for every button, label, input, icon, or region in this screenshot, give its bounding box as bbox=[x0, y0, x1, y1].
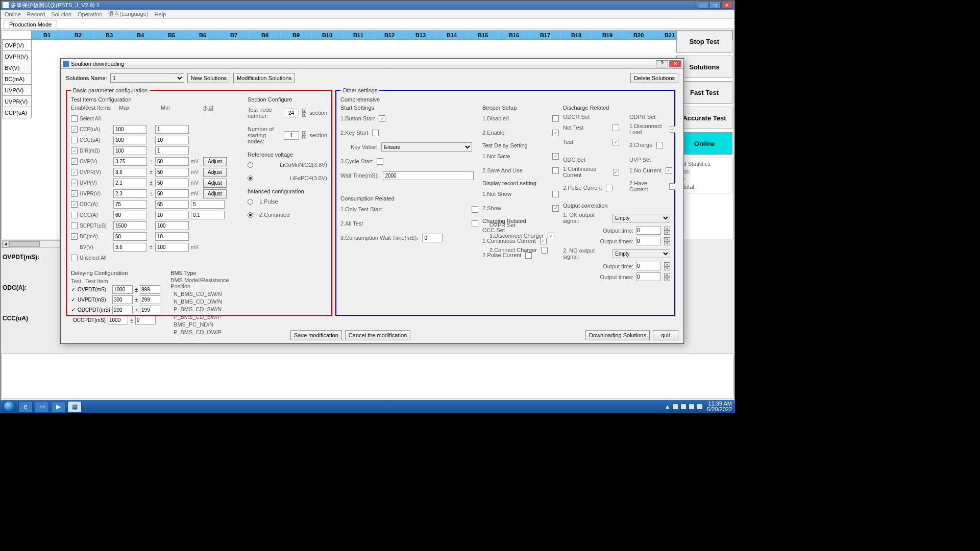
stop-test-button[interactable]: Stop Test bbox=[676, 30, 732, 53]
solutions-button[interactable]: Solutions bbox=[676, 56, 732, 78]
delay-val-b[interactable] bbox=[140, 285, 160, 294]
wait-time-input[interactable] bbox=[383, 171, 474, 180]
item-max-input[interactable] bbox=[113, 243, 147, 252]
ref-lifepo-radio[interactable] bbox=[248, 176, 253, 181]
col-b7[interactable]: B7 bbox=[218, 31, 250, 39]
col-b12[interactable]: B12 bbox=[374, 31, 405, 39]
col-b11[interactable]: B11 bbox=[343, 31, 374, 39]
delay-val-a[interactable] bbox=[112, 285, 133, 294]
tray-icon[interactable] bbox=[697, 404, 703, 410]
item-enable-checkbox[interactable] bbox=[71, 137, 78, 143]
item-max-input[interactable] bbox=[113, 168, 147, 177]
cycle-start-checkbox[interactable] bbox=[377, 158, 383, 165]
bms-option[interactable]: N_BMS_CD_SW/N bbox=[170, 291, 238, 297]
col-b1[interactable]: B1 bbox=[32, 31, 63, 39]
row-bc[interactable]: BC(mA) bbox=[2, 73, 32, 85]
ok-output-times[interactable] bbox=[636, 237, 661, 245]
item-enable-checkbox[interactable]: ✓ bbox=[71, 180, 78, 186]
menu-operation[interactable]: Operation bbox=[78, 11, 102, 17]
ng-signal-select[interactable]: Empty bbox=[612, 249, 670, 258]
system-tray[interactable]: ▲ bbox=[665, 404, 703, 410]
ovpr-connect-checkbox[interactable] bbox=[541, 247, 548, 254]
quit-button[interactable]: quit bbox=[653, 330, 678, 340]
ovpr-disconnect-checkbox[interactable]: ✓ bbox=[548, 233, 554, 239]
delete-solutions-button[interactable]: Delete Solutions bbox=[630, 73, 678, 83]
taskbar-explorer-icon[interactable]: ▭ bbox=[35, 401, 49, 412]
row-bv[interactable]: BV(V) bbox=[2, 62, 32, 73]
delay-checkbox[interactable]: ✓ bbox=[71, 296, 76, 303]
item-min-input[interactable] bbox=[155, 200, 189, 209]
not-save-checkbox[interactable]: ✓ bbox=[552, 153, 559, 160]
item-min-input[interactable] bbox=[155, 243, 189, 252]
odpr-disconnect-checkbox[interactable]: ✓ bbox=[670, 126, 675, 133]
beeper-enable-checkbox[interactable]: ✓ bbox=[552, 130, 559, 136]
bms-option[interactable]: P_BMS_CD_SW/P bbox=[170, 314, 238, 320]
menu-language[interactable]: 语言(Language) bbox=[108, 10, 148, 18]
beeper-disabled-checkbox[interactable] bbox=[552, 115, 559, 122]
button-start-checkbox[interactable]: ✓ bbox=[379, 115, 385, 122]
bal-continued-radio[interactable] bbox=[248, 212, 253, 218]
menu-record[interactable]: Record bbox=[27, 11, 45, 17]
delay-val-a[interactable] bbox=[108, 316, 128, 324]
col-b15[interactable]: B15 bbox=[468, 31, 499, 39]
row-ovpr[interactable]: OVPR(V) bbox=[2, 51, 32, 62]
delay-val-b[interactable] bbox=[140, 306, 160, 314]
item-enable-checkbox[interactable]: ✓ bbox=[71, 147, 78, 154]
new-solutions-button[interactable]: New Solutions bbox=[187, 73, 230, 83]
item-min-input[interactable] bbox=[155, 146, 189, 155]
col-b13[interactable]: B13 bbox=[405, 31, 436, 39]
delay-checkbox[interactable]: ✓ bbox=[71, 286, 76, 293]
cancel-modification-button[interactable]: Cancel the modification bbox=[345, 330, 410, 340]
item-min-input[interactable] bbox=[155, 136, 189, 144]
save-use-checkbox[interactable] bbox=[552, 167, 559, 174]
item-max-input[interactable] bbox=[113, 221, 147, 230]
col-b17[interactable]: B17 bbox=[530, 31, 561, 39]
ok-signal-select[interactable]: Empty bbox=[612, 214, 670, 222]
item-max-input[interactable] bbox=[113, 146, 147, 155]
accurate-test-button[interactable]: Accurate Test bbox=[676, 107, 732, 129]
item-min-input[interactable] bbox=[155, 211, 189, 219]
taskbar-ie-icon[interactable]: e bbox=[18, 401, 33, 412]
tray-icon[interactable] bbox=[672, 404, 678, 410]
item-max-input[interactable] bbox=[113, 157, 147, 166]
dialog-close-button[interactable]: ✕ bbox=[669, 60, 681, 67]
adjust-button[interactable]: Adjust bbox=[203, 157, 227, 166]
item-max-input[interactable] bbox=[113, 179, 147, 187]
row-uvp[interactable]: UVP(V) bbox=[2, 85, 32, 96]
delay-val-b[interactable] bbox=[135, 316, 156, 324]
item-min-input[interactable] bbox=[155, 232, 189, 241]
minimize-button[interactable]: — bbox=[698, 2, 709, 9]
item-enable-checkbox[interactable]: ✓ bbox=[71, 169, 78, 176]
bms-option[interactable]: BMS_PC_ND/N bbox=[170, 321, 238, 328]
key-value-select[interactable]: Ensure bbox=[381, 142, 472, 152]
delay-val-b[interactable] bbox=[140, 295, 160, 304]
item-min-input[interactable] bbox=[155, 179, 189, 187]
uvp-havecurrent-checkbox[interactable] bbox=[669, 183, 675, 190]
bal-pulse-radio[interactable] bbox=[248, 199, 253, 205]
all-test-checkbox[interactable] bbox=[472, 220, 478, 227]
delay-checkbox[interactable]: ✓ bbox=[71, 307, 76, 313]
item-step-input[interactable] bbox=[191, 211, 225, 219]
item-enable-checkbox[interactable]: ✓ bbox=[71, 201, 78, 208]
menu-help[interactable]: Help bbox=[155, 11, 166, 17]
col-b4[interactable]: B4 bbox=[125, 31, 156, 39]
odpr-charge-checkbox[interactable] bbox=[656, 142, 663, 148]
odc-pulse-checkbox[interactable] bbox=[606, 185, 612, 191]
adjust-button[interactable]: Adjust bbox=[203, 179, 227, 188]
tray-icon[interactable] bbox=[680, 404, 687, 410]
col-b10[interactable]: B10 bbox=[312, 31, 343, 39]
col-b9[interactable]: B9 bbox=[281, 31, 312, 39]
item-enable-checkbox[interactable] bbox=[71, 222, 78, 229]
item-enable-checkbox[interactable]: ✓ bbox=[71, 158, 78, 165]
tab-production-mode[interactable]: Production Mode bbox=[4, 20, 57, 29]
odcr-test-checkbox[interactable]: ✓ bbox=[612, 139, 619, 145]
item-enable-checkbox[interactable]: ✓ bbox=[71, 233, 78, 240]
col-b2[interactable]: B2 bbox=[63, 31, 94, 39]
test-node-input[interactable] bbox=[284, 109, 299, 117]
scroll-left-arrow[interactable]: ◄ bbox=[2, 241, 9, 247]
ng-output-times[interactable] bbox=[636, 272, 661, 281]
delay-val-a[interactable] bbox=[112, 306, 133, 314]
item-max-input[interactable] bbox=[113, 136, 147, 144]
unselect-all-checkbox[interactable] bbox=[71, 255, 78, 261]
save-modification-button[interactable]: Save modification bbox=[290, 330, 342, 340]
